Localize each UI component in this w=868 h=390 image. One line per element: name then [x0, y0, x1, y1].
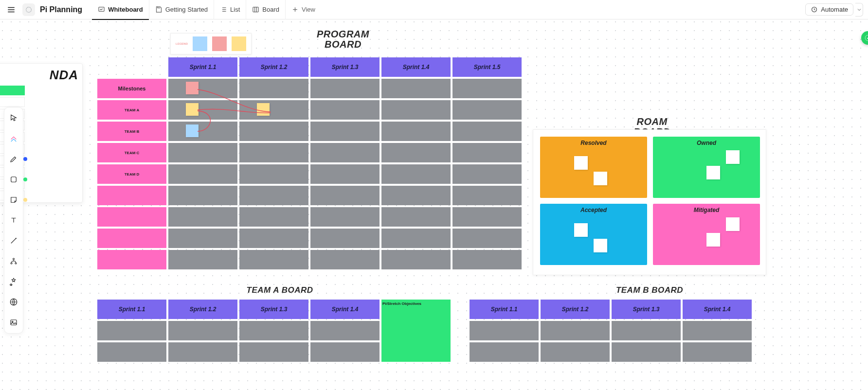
program-cell[interactable] — [452, 122, 522, 141]
team-a-sprint-header[interactable]: Sprint 1.4 — [310, 300, 380, 319]
menu-button[interactable] — [5, 3, 18, 16]
program-cell[interactable] — [168, 207, 237, 227]
tab-add-view[interactable]: View — [286, 0, 321, 19]
program-cell[interactable] — [239, 143, 308, 162]
program-cell[interactable] — [381, 250, 451, 269]
roam-note[interactable] — [726, 150, 740, 164]
roam-note[interactable] — [706, 166, 720, 179]
team-a-sprint-header[interactable]: Sprint 1.2 — [168, 300, 237, 319]
program-sprint-header[interactable]: Sprint 1.4 — [381, 57, 451, 77]
team-b-grid[interactable]: Sprint 1.1Sprint 1.2Sprint 1.3Sprint 1.4 — [470, 300, 752, 362]
agenda-header-cell[interactable] — [0, 86, 25, 95]
program-cell[interactable] — [310, 186, 380, 205]
program-cell[interactable] — [168, 186, 237, 205]
team-b-cell[interactable] — [612, 342, 681, 362]
canvas-viewport[interactable]: NDA PROGRAM BOARD LEGEND — [0, 19, 868, 390]
program-row-header[interactable]: TEAM A — [97, 100, 166, 120]
roam-accepted[interactable]: Accepted — [540, 204, 647, 265]
program-cell[interactable] — [310, 207, 380, 227]
tool-pen[interactable] — [7, 152, 20, 166]
team-b-sprint-header[interactable]: Sprint 1.4 — [683, 300, 752, 319]
tool-clickup[interactable] — [7, 132, 20, 145]
team-b-cell[interactable] — [470, 342, 539, 362]
program-cell[interactable] — [239, 250, 308, 269]
program-cell[interactable] — [239, 207, 308, 227]
program-cell[interactable] — [381, 229, 451, 248]
program-cell[interactable] — [452, 186, 522, 205]
program-cell[interactable] — [239, 229, 308, 248]
team-b-cell[interactable] — [470, 321, 539, 340]
tab-list[interactable]: List — [214, 0, 246, 19]
roam-note[interactable] — [574, 223, 588, 237]
program-cell[interactable] — [381, 79, 451, 98]
program-cell[interactable] — [310, 122, 380, 141]
team-b-cell[interactable] — [612, 321, 681, 340]
program-cell[interactable] — [452, 250, 522, 269]
program-row-header[interactable] — [97, 186, 166, 205]
program-row-header[interactable] — [97, 207, 166, 227]
team-a-sprint-header[interactable]: Sprint 1.3 — [239, 300, 308, 319]
roam-board-card[interactable]: ResolvedOwnedAcceptedMitigated — [533, 129, 766, 275]
tool-cursor[interactable] — [7, 111, 20, 125]
team-a-objectives[interactable]: Pi/Stretch Objectives — [381, 300, 451, 362]
tool-connector[interactable] — [7, 234, 20, 248]
program-sprint-header[interactable]: Sprint 1.2 — [239, 57, 308, 77]
program-row-header[interactable]: TEAM D — [97, 164, 166, 184]
program-cell[interactable] — [168, 250, 237, 269]
program-cell[interactable] — [310, 250, 380, 269]
tool-org[interactable] — [7, 254, 20, 268]
program-cell[interactable] — [310, 143, 380, 162]
program-cell[interactable] — [381, 164, 451, 184]
team-a-cell[interactable] — [239, 342, 308, 362]
sticky-note[interactable] — [186, 82, 199, 94]
program-cell[interactable] — [168, 79, 237, 98]
team-a-cell[interactable] — [97, 342, 166, 362]
program-board-grid[interactable]: Sprint 1.1Sprint 1.2Sprint 1.3Sprint 1.4… — [97, 57, 522, 269]
team-a-sprint-header[interactable]: Sprint 1.1 — [97, 300, 166, 319]
tab-whiteboard[interactable]: Whiteboard — [92, 0, 149, 19]
program-cell[interactable] — [381, 122, 451, 141]
team-b-cell[interactable] — [683, 321, 752, 340]
team-a-grid[interactable]: Sprint 1.1Sprint 1.2Sprint 1.3Sprint 1.4… — [97, 300, 451, 362]
program-sprint-header[interactable]: Sprint 1.1 — [168, 57, 237, 77]
program-cell[interactable] — [168, 122, 237, 141]
team-a-cell[interactable] — [310, 321, 380, 340]
roam-resolved[interactable]: Resolved — [540, 137, 647, 198]
tab-board[interactable]: Board — [246, 0, 286, 19]
tool-sticky[interactable] — [7, 193, 20, 207]
program-cell[interactable] — [381, 186, 451, 205]
program-row-header[interactable] — [97, 229, 166, 248]
program-cell[interactable] — [452, 79, 522, 98]
program-cell[interactable] — [452, 207, 522, 227]
program-cell[interactable] — [310, 79, 380, 98]
program-cell[interactable] — [310, 100, 380, 120]
team-a-cell[interactable] — [97, 321, 166, 340]
program-cell[interactable] — [168, 229, 237, 248]
program-cell[interactable] — [239, 186, 308, 205]
team-a-cell[interactable] — [168, 321, 237, 340]
tool-web[interactable] — [7, 295, 20, 309]
program-cell[interactable] — [381, 143, 451, 162]
tool-shape[interactable] — [7, 173, 20, 186]
program-cell[interactable] — [168, 164, 237, 184]
program-cell[interactable] — [452, 100, 522, 120]
program-cell[interactable] — [452, 143, 522, 162]
team-b-sprint-header[interactable]: Sprint 1.3 — [612, 300, 681, 319]
team-a-cell[interactable] — [168, 342, 237, 362]
sticky-note[interactable] — [257, 103, 270, 116]
program-row-header[interactable] — [97, 250, 166, 269]
team-b-cell[interactable] — [541, 321, 610, 340]
program-cell[interactable] — [310, 164, 380, 184]
roam-mitigated[interactable]: Mitigated — [653, 204, 760, 265]
program-cell[interactable] — [239, 100, 308, 120]
sticky-note[interactable] — [186, 103, 199, 116]
program-sprint-header[interactable]: Sprint 1.5 — [452, 57, 522, 77]
program-cell[interactable] — [168, 143, 237, 162]
canvas[interactable]: NDA PROGRAM BOARD LEGEND — [0, 19, 868, 390]
program-row-header[interactable]: TEAM B — [97, 122, 166, 141]
agenda-cell[interactable] — [0, 97, 25, 107]
automate-caret[interactable] — [855, 3, 863, 17]
team-b-cell[interactable] — [683, 342, 752, 362]
tool-image[interactable] — [7, 316, 20, 329]
roam-note[interactable] — [726, 217, 740, 231]
